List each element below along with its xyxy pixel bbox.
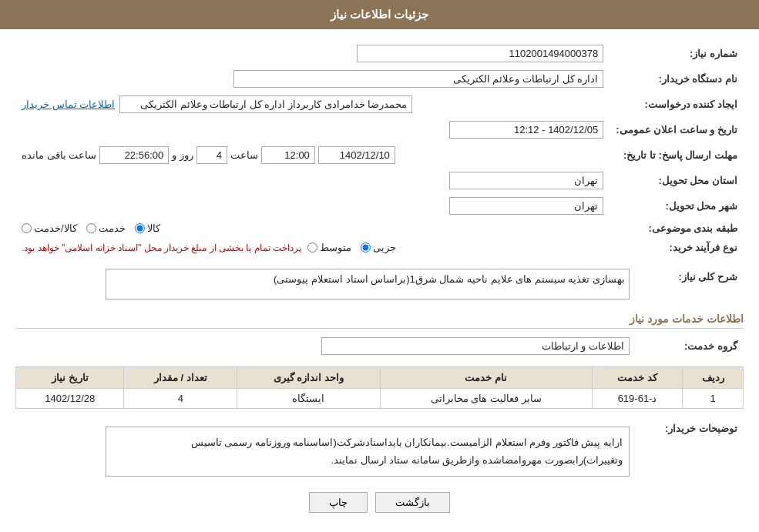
- province-field: تهران: [449, 172, 603, 189]
- category-option-kala[interactable]: کالا: [135, 223, 160, 234]
- back-button[interactable]: بازگشت: [375, 492, 450, 513]
- days-label: روز و: [172, 149, 193, 161]
- creator-field: محمدرضا خدامرادی کاربرداز اداره کل ارتبا…: [119, 95, 412, 113]
- cell-quantity: 4: [124, 389, 237, 409]
- cell-unit: ایستگاه: [237, 389, 380, 409]
- category-radio-group: کالا/خدمت خدمت کالا: [22, 223, 603, 234]
- buyer-org-label: نام دستگاه خریدار:: [610, 66, 744, 92]
- cell-service-code: د-61-619: [592, 389, 682, 409]
- need-number-label: شماره نیاز:: [610, 41, 744, 66]
- purchase-note: پرداخت تمام یا بخشی از مبلغ خریدار محل "…: [22, 243, 301, 253]
- info-table: شماره نیاز: 1102001494000378 نام دستگاه …: [15, 41, 744, 257]
- buyer-notes-field: ارایه پیش فاکتور وفرم استعلام الزامیست.ب…: [106, 427, 630, 477]
- purchase-option-jozi[interactable]: جزیی: [361, 242, 396, 253]
- page-title: جزئیات اطلاعات نیاز: [331, 8, 428, 21]
- page-header: جزئیات اطلاعات نیاز: [0, 0, 759, 29]
- print-button[interactable]: چاپ: [309, 492, 368, 513]
- need-description-field: بهسازی تغذیه سیستم های علایم ناحیه شمال …: [106, 269, 630, 299]
- response-deadline-label: مهلت ارسال پاسخ: تا تاریخ:: [610, 142, 744, 168]
- col-header-unit: واحد اندازه گیری: [237, 367, 380, 389]
- creator-contact-link[interactable]: اطلاعات تماس خریدار: [22, 99, 115, 110]
- category-option-khedmat[interactable]: خدمت: [86, 223, 126, 234]
- announce-date-label: تاریخ و ساعت اعلان عمومی:: [610, 117, 744, 142]
- buyer-org-field: اداره کل ارتباطات وعلائم الکتریکی: [233, 70, 603, 88]
- table-row: 1 د-61-619 سایر فعالیت های مخابراتی ایست…: [16, 389, 744, 409]
- time-label: ساعت: [230, 149, 258, 161]
- category-option-kala-khedmat[interactable]: کالا/خدمت: [22, 223, 77, 234]
- remaining-label: ساعت باقی مانده: [22, 149, 96, 161]
- cell-service-name: سایر فعالیت های مخابراتی: [380, 389, 592, 409]
- need-number-value: 1102001494000378: [15, 41, 610, 66]
- col-header-row: ردیف: [683, 367, 744, 389]
- need-description-section: شرح کلی نیاز: بهسازی تغذیه سیستم های علا…: [15, 265, 744, 303]
- services-section-title: اطلاعات خدمات مورد نیاز: [15, 313, 744, 329]
- city-field: تهران: [449, 197, 603, 215]
- purchase-radio-group: متوسط جزیی: [307, 242, 396, 253]
- service-group-field: اطلاعات و ارتباطات: [321, 337, 630, 355]
- service-group-label: گروه خدمت:: [636, 333, 744, 359]
- col-header-date: تاریخ نیاز: [16, 367, 124, 389]
- purchase-type-label: نوع فرآیند خرید:: [610, 238, 744, 257]
- days-field: 4: [196, 146, 227, 164]
- time-field: 12:00: [261, 146, 315, 164]
- cell-row: 1: [683, 389, 744, 409]
- creator-label: ایجاد کننده درخواست:: [610, 92, 744, 117]
- services-table-wrapper: ردیف کد خدمت نام خدمت واحد اندازه گیری ت…: [15, 366, 744, 409]
- response-date-field: 1402/12/10: [318, 146, 395, 164]
- button-group: بازگشت چاپ: [15, 492, 744, 513]
- services-table: ردیف کد خدمت نام خدمت واحد اندازه گیری ت…: [15, 366, 744, 409]
- need-description-label: شرح کلی نیاز:: [636, 265, 744, 303]
- buyer-notes-label: توضیحات خریدار:: [636, 417, 744, 480]
- col-header-service-code: کد خدمت: [592, 367, 682, 389]
- remaining-field: 22:56:00: [99, 146, 169, 164]
- need-number-field: 1102001494000378: [357, 45, 603, 62]
- category-label: طبقه بندی موضوعی:: [610, 219, 744, 238]
- cell-date: 1402/12/28: [16, 389, 124, 409]
- city-label: شهر محل تحویل:: [610, 193, 744, 219]
- col-header-quantity: تعداد / مقدار: [124, 367, 237, 389]
- province-label: استان محل تحویل:: [610, 168, 744, 193]
- col-header-service-name: نام خدمت: [380, 367, 592, 389]
- purchase-option-mutawaset[interactable]: متوسط: [307, 242, 351, 253]
- announce-date-field: 1402/12/05 - 12:12: [449, 121, 603, 139]
